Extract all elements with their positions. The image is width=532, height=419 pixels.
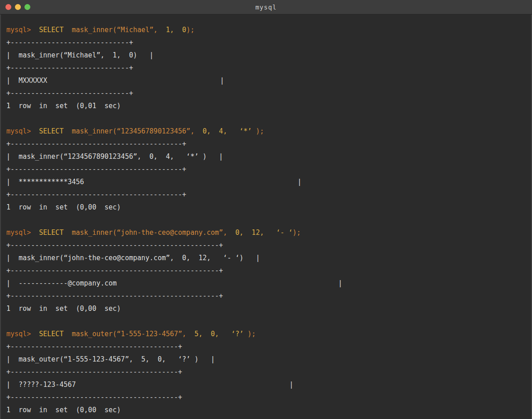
table-border-bottom: +---------------------------------------… <box>6 188 531 201</box>
query-line: mysql> SELECT mask_inner(“Michael”, 1, 0… <box>6 24 531 36</box>
table-border-middle: +---------------------------------------… <box>6 264 531 277</box>
query-block: mysql> SELECT mask_inner(“john-the-ceo@c… <box>6 226 531 315</box>
table-border-top: +---------------------------------------… <box>6 138 531 150</box>
result-value: | ------------@company.com <box>6 279 117 287</box>
table-border-middle: +---------------------------------------… <box>6 163 531 176</box>
sql-segment-keyword: SELECT <box>31 229 63 237</box>
result-value: | ************3456 <box>6 178 84 186</box>
query-block: mysql> SELECT mask_outer(“1-555-123-4567… <box>6 328 531 416</box>
table-border-bottom: +-----------------------------+ <box>6 87 531 100</box>
table-border-middle: +---------------------------------------… <box>6 366 531 378</box>
sql-segment-number: 0, 12, ‘- ‘ <box>227 229 293 237</box>
shell-prompt: mysql> <box>6 229 31 237</box>
sql-segment-code: ); <box>252 127 264 135</box>
result-right-pipe: | <box>297 176 302 188</box>
sql-segment-keyword: SELECT <box>31 26 63 34</box>
result-value: | ?????-123-4567 <box>6 381 76 389</box>
table-border-top: +---------------------------------------… <box>6 340 531 353</box>
sql-segment-code: mask_inner(“john-the-ceo@company.com”, <box>63 229 227 237</box>
table-result-row: | ************3456| <box>6 176 531 188</box>
result-right-pipe: | <box>220 74 224 87</box>
status-line: 1 row in set (0,00 sec) <box>6 404 531 416</box>
sql-segment-code: mask_outer(“1-555-123-4567”, <box>63 330 186 338</box>
shell-prompt: mysql> <box>6 127 31 135</box>
sql-segment-number: 1, 0 <box>158 26 186 34</box>
result-right-pipe: | <box>289 378 293 391</box>
status-line: 1 row in set (0,00 sec) <box>6 201 531 214</box>
sql-segment-number: 5, 0, ‘?’ <box>186 330 243 338</box>
sql-segment-code: ); <box>244 330 256 338</box>
sql-segment-code: ); <box>292 229 301 237</box>
sql-segment-keyword: SELECT <box>31 127 63 135</box>
terminal-window: mysql mysql> SELECT mask_inner(“Michael”… <box>0 0 532 419</box>
query-block: mysql> SELECT mask_inner(“12345678901234… <box>6 125 531 214</box>
query-line: mysql> SELECT mask_inner(“john-the-ceo@c… <box>6 226 531 239</box>
window-title: mysql <box>0 4 532 11</box>
shell-prompt: mysql> <box>6 330 31 338</box>
sql-segment-code: ); <box>186 26 194 34</box>
table-header-row: | mask_inner(“john-the-ceo@company.com”,… <box>6 252 531 264</box>
table-result-row: | ?????-123-4567| <box>6 378 531 391</box>
result-value: | MXXXXXX <box>6 76 47 85</box>
result-right-pipe: | <box>338 277 342 290</box>
status-line: 1 row in set (0,01 sec) <box>6 100 531 112</box>
query-line: mysql> SELECT mask_inner(“12345678901234… <box>6 125 531 138</box>
sql-segment-code: mask_inner(“1234567890123456”, <box>63 127 194 135</box>
sql-segment-number: 0, 4, ‘*’ <box>194 127 251 135</box>
table-border-top: +---------------------------------------… <box>6 239 531 252</box>
table-header-row: | mask_inner(“1234567890123456”, 0, 4, ‘… <box>6 150 531 163</box>
window-titlebar[interactable]: mysql <box>0 0 532 14</box>
status-line: 1 row in set (0,00 sec) <box>6 302 531 315</box>
table-result-row: | ------------@company.com| <box>6 277 531 290</box>
table-border-bottom: +---------------------------------------… <box>6 290 531 302</box>
query-block: mysql> SELECT mask_inner(“Michael”, 1, 0… <box>6 24 531 112</box>
table-header-row: | mask_outer(“1-555-123-4567”, 5, 0, ‘?’… <box>6 353 531 366</box>
table-border-top: +-----------------------------+ <box>6 36 531 49</box>
table-header-row: | mask_inner(“Michael”, 1, 0) | <box>6 49 531 62</box>
query-line: mysql> SELECT mask_outer(“1-555-123-4567… <box>6 328 531 340</box>
shell-prompt: mysql> <box>6 26 31 34</box>
sql-segment-keyword: SELECT <box>31 330 63 338</box>
sql-segment-code: mask_inner(“Michael”, <box>63 26 158 34</box>
table-border-bottom: +---------------------------------------… <box>6 391 531 404</box>
table-border-middle: +-----------------------------+ <box>6 62 531 74</box>
terminal-body[interactable]: mysql> SELECT mask_inner(“Michael”, 1, 0… <box>0 14 532 419</box>
table-result-row: | MXXXXXX| <box>6 74 531 87</box>
